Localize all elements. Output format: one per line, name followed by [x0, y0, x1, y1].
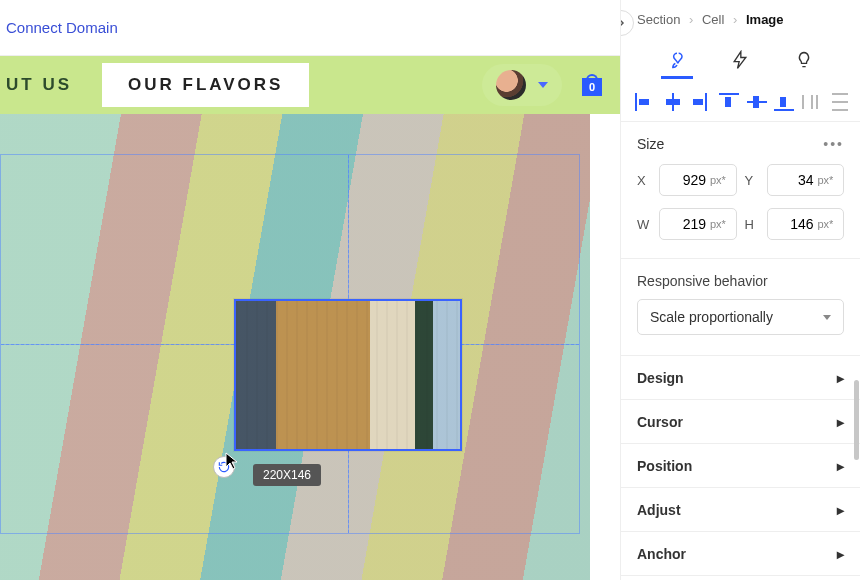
connect-domain-link[interactable]: Connect Domain	[6, 19, 118, 36]
accordion-design[interactable]: Design ▸	[621, 356, 860, 400]
caret-right-icon: ▸	[837, 370, 844, 386]
dimension-badge: 220X146	[253, 464, 321, 486]
caret-right-icon: ▸	[837, 502, 844, 518]
accordion-design-label: Design	[637, 370, 684, 386]
unit-h: px*	[818, 218, 834, 230]
accordion-position[interactable]: Position ▸	[621, 444, 860, 488]
breadcrumb: Section › Cell › Image	[621, 0, 860, 27]
caret-right-icon: ▸	[837, 414, 844, 430]
input-x[interactable]: px*	[659, 164, 737, 196]
nav-item-about[interactable]: UT US	[6, 75, 72, 95]
size-section: Size ••• X px* Y px* W px* H px*	[621, 122, 860, 259]
caret-right-icon: ▸	[837, 458, 844, 474]
canvas-stage[interactable]: 220X146	[0, 114, 590, 580]
accordion-adjust-label: Adjust	[637, 502, 681, 518]
input-y-field[interactable]	[776, 172, 814, 188]
inspector-panel: Section › Cell › Image Size ••• X	[620, 0, 860, 580]
label-w: W	[637, 217, 651, 232]
selected-image[interactable]	[234, 299, 462, 451]
align-left[interactable]	[635, 93, 651, 111]
alignment-controls	[621, 79, 860, 122]
label-h: H	[745, 217, 759, 232]
unit-w: px*	[710, 218, 726, 230]
accordion-anchor[interactable]: Anchor ▸	[621, 532, 860, 576]
accordion-cursor[interactable]: Cursor ▸	[621, 400, 860, 444]
site-nav: UT US OUR FLAVORS 0	[0, 56, 620, 114]
align-center-v[interactable]	[747, 93, 763, 111]
input-y[interactable]: px*	[767, 164, 845, 196]
cursor-icon	[225, 452, 239, 470]
top-bar: Connect Domain	[0, 0, 620, 56]
responsive-label: Responsive behavior	[637, 273, 844, 289]
caret-right-icon: ▸	[837, 546, 844, 562]
input-x-field[interactable]	[668, 172, 706, 188]
unit-x: px*	[710, 174, 726, 186]
align-top[interactable]	[719, 93, 735, 111]
align-center-h[interactable]	[663, 93, 679, 111]
align-bottom[interactable]	[774, 93, 790, 111]
chevron-down-icon	[538, 82, 548, 88]
distribute-v[interactable]	[830, 93, 846, 111]
bulb-icon	[794, 50, 814, 70]
input-h[interactable]: px*	[767, 208, 845, 240]
size-heading: Size	[637, 136, 664, 152]
accordion-position-label: Position	[637, 458, 692, 474]
crumb-cell[interactable]: Cell	[702, 12, 724, 27]
responsive-section: Responsive behavior Scale proportionally	[621, 259, 860, 356]
input-w[interactable]: px*	[659, 208, 737, 240]
crumb-image[interactable]: Image	[746, 12, 784, 27]
accordion-anchor-label: Anchor	[637, 546, 686, 562]
chevron-down-icon	[823, 315, 831, 320]
editor-canvas[interactable]: Connect Domain UT US OUR FLAVORS 0 220X1…	[0, 0, 620, 580]
cart-button[interactable]: 0	[582, 74, 602, 96]
size-more-menu[interactable]: •••	[823, 136, 844, 152]
responsive-value: Scale proportionally	[650, 309, 773, 325]
distribute-h[interactable]	[802, 93, 818, 111]
label-y: Y	[745, 173, 759, 188]
align-right[interactable]	[691, 93, 707, 111]
input-h-field[interactable]	[776, 216, 814, 232]
nav-item-flavors[interactable]: OUR FLAVORS	[102, 63, 309, 107]
tab-design[interactable]	[661, 43, 693, 79]
accordion-adjust[interactable]: Adjust ▸	[621, 488, 860, 532]
scrollbar-thumb[interactable]	[854, 380, 859, 460]
responsive-dropdown[interactable]: Scale proportionally	[637, 299, 844, 335]
chevron-right-icon	[620, 18, 626, 28]
crumb-section[interactable]: Section	[637, 12, 680, 27]
cart-count: 0	[589, 81, 595, 93]
brush-icon	[667, 50, 687, 70]
bolt-icon	[730, 50, 750, 70]
accordion-cursor-label: Cursor	[637, 414, 683, 430]
tab-ideas[interactable]	[788, 43, 820, 79]
profile-menu[interactable]	[482, 64, 562, 106]
input-w-field[interactable]	[668, 216, 706, 232]
tab-interactions[interactable]	[724, 43, 756, 79]
avatar	[496, 70, 526, 100]
inspector-mode-tabs	[621, 27, 860, 79]
label-x: X	[637, 173, 651, 188]
unit-y: px*	[818, 174, 834, 186]
